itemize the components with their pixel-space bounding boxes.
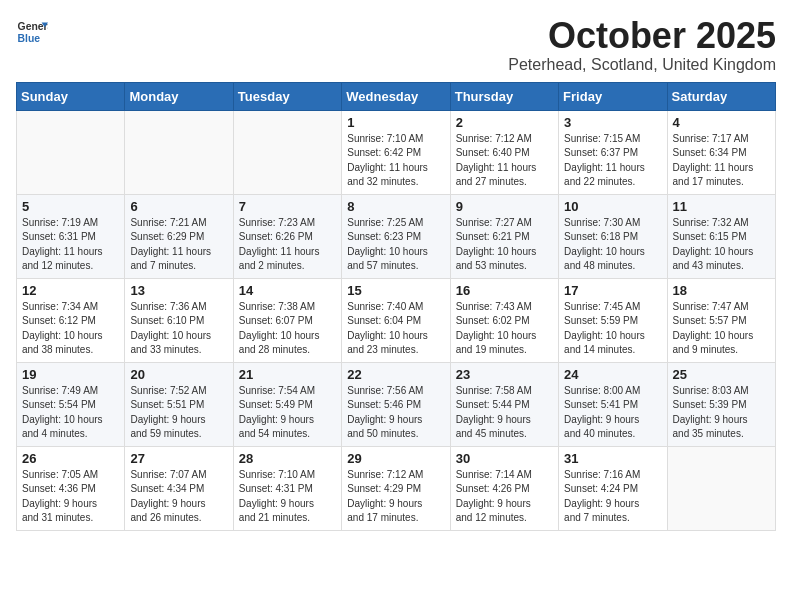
day-info: Sunrise: 7:32 AM Sunset: 6:15 PM Dayligh… bbox=[673, 216, 770, 274]
day-info: Sunrise: 7:14 AM Sunset: 4:26 PM Dayligh… bbox=[456, 468, 553, 526]
calendar-cell: 30Sunrise: 7:14 AM Sunset: 4:26 PM Dayli… bbox=[450, 446, 558, 530]
day-info: Sunrise: 8:00 AM Sunset: 5:41 PM Dayligh… bbox=[564, 384, 661, 442]
day-number: 26 bbox=[22, 451, 119, 466]
calendar-cell: 24Sunrise: 8:00 AM Sunset: 5:41 PM Dayli… bbox=[559, 362, 667, 446]
calendar-cell: 15Sunrise: 7:40 AM Sunset: 6:04 PM Dayli… bbox=[342, 278, 450, 362]
calendar-header-row: SundayMondayTuesdayWednesdayThursdayFrid… bbox=[17, 82, 776, 110]
day-number: 7 bbox=[239, 199, 336, 214]
day-number: 17 bbox=[564, 283, 661, 298]
day-number: 20 bbox=[130, 367, 227, 382]
day-number: 28 bbox=[239, 451, 336, 466]
calendar-week-row: 12Sunrise: 7:34 AM Sunset: 6:12 PM Dayli… bbox=[17, 278, 776, 362]
svg-text:Blue: Blue bbox=[18, 33, 41, 44]
day-number: 8 bbox=[347, 199, 444, 214]
calendar-cell: 9Sunrise: 7:27 AM Sunset: 6:21 PM Daylig… bbox=[450, 194, 558, 278]
day-number: 5 bbox=[22, 199, 119, 214]
calendar-cell: 10Sunrise: 7:30 AM Sunset: 6:18 PM Dayli… bbox=[559, 194, 667, 278]
calendar-cell: 21Sunrise: 7:54 AM Sunset: 5:49 PM Dayli… bbox=[233, 362, 341, 446]
day-info: Sunrise: 7:25 AM Sunset: 6:23 PM Dayligh… bbox=[347, 216, 444, 274]
calendar-cell: 12Sunrise: 7:34 AM Sunset: 6:12 PM Dayli… bbox=[17, 278, 125, 362]
day-number: 2 bbox=[456, 115, 553, 130]
day-info: Sunrise: 7:30 AM Sunset: 6:18 PM Dayligh… bbox=[564, 216, 661, 274]
day-info: Sunrise: 8:03 AM Sunset: 5:39 PM Dayligh… bbox=[673, 384, 770, 442]
day-number: 3 bbox=[564, 115, 661, 130]
calendar-cell: 29Sunrise: 7:12 AM Sunset: 4:29 PM Dayli… bbox=[342, 446, 450, 530]
calendar-cell: 23Sunrise: 7:58 AM Sunset: 5:44 PM Dayli… bbox=[450, 362, 558, 446]
day-number: 12 bbox=[22, 283, 119, 298]
day-info: Sunrise: 7:27 AM Sunset: 6:21 PM Dayligh… bbox=[456, 216, 553, 274]
day-number: 14 bbox=[239, 283, 336, 298]
calendar-cell: 31Sunrise: 7:16 AM Sunset: 4:24 PM Dayli… bbox=[559, 446, 667, 530]
day-info: Sunrise: 7:12 AM Sunset: 6:40 PM Dayligh… bbox=[456, 132, 553, 190]
day-number: 11 bbox=[673, 199, 770, 214]
day-info: Sunrise: 7:10 AM Sunset: 4:31 PM Dayligh… bbox=[239, 468, 336, 526]
day-number: 10 bbox=[564, 199, 661, 214]
day-info: Sunrise: 7:07 AM Sunset: 4:34 PM Dayligh… bbox=[130, 468, 227, 526]
logo: General Blue bbox=[16, 16, 48, 48]
calendar-cell: 17Sunrise: 7:45 AM Sunset: 5:59 PM Dayli… bbox=[559, 278, 667, 362]
day-header-sunday: Sunday bbox=[17, 82, 125, 110]
day-info: Sunrise: 7:05 AM Sunset: 4:36 PM Dayligh… bbox=[22, 468, 119, 526]
day-number: 4 bbox=[673, 115, 770, 130]
calendar-week-row: 1Sunrise: 7:10 AM Sunset: 6:42 PM Daylig… bbox=[17, 110, 776, 194]
calendar-cell: 27Sunrise: 7:07 AM Sunset: 4:34 PM Dayli… bbox=[125, 446, 233, 530]
day-info: Sunrise: 7:10 AM Sunset: 6:42 PM Dayligh… bbox=[347, 132, 444, 190]
day-header-monday: Monday bbox=[125, 82, 233, 110]
calendar-cell: 3Sunrise: 7:15 AM Sunset: 6:37 PM Daylig… bbox=[559, 110, 667, 194]
day-info: Sunrise: 7:52 AM Sunset: 5:51 PM Dayligh… bbox=[130, 384, 227, 442]
day-number: 30 bbox=[456, 451, 553, 466]
day-info: Sunrise: 7:54 AM Sunset: 5:49 PM Dayligh… bbox=[239, 384, 336, 442]
calendar-cell: 19Sunrise: 7:49 AM Sunset: 5:54 PM Dayli… bbox=[17, 362, 125, 446]
calendar-cell: 13Sunrise: 7:36 AM Sunset: 6:10 PM Dayli… bbox=[125, 278, 233, 362]
day-info: Sunrise: 7:23 AM Sunset: 6:26 PM Dayligh… bbox=[239, 216, 336, 274]
day-number: 23 bbox=[456, 367, 553, 382]
day-number: 25 bbox=[673, 367, 770, 382]
calendar-cell: 20Sunrise: 7:52 AM Sunset: 5:51 PM Dayli… bbox=[125, 362, 233, 446]
calendar-cell bbox=[233, 110, 341, 194]
calendar-week-row: 5Sunrise: 7:19 AM Sunset: 6:31 PM Daylig… bbox=[17, 194, 776, 278]
day-header-saturday: Saturday bbox=[667, 82, 775, 110]
calendar-cell: 26Sunrise: 7:05 AM Sunset: 4:36 PM Dayli… bbox=[17, 446, 125, 530]
month-title: October 2025 bbox=[508, 16, 776, 56]
day-number: 9 bbox=[456, 199, 553, 214]
calendar-week-row: 19Sunrise: 7:49 AM Sunset: 5:54 PM Dayli… bbox=[17, 362, 776, 446]
calendar-cell: 11Sunrise: 7:32 AM Sunset: 6:15 PM Dayli… bbox=[667, 194, 775, 278]
day-number: 19 bbox=[22, 367, 119, 382]
calendar-cell bbox=[17, 110, 125, 194]
day-header-thursday: Thursday bbox=[450, 82, 558, 110]
day-number: 27 bbox=[130, 451, 227, 466]
day-info: Sunrise: 7:12 AM Sunset: 4:29 PM Dayligh… bbox=[347, 468, 444, 526]
day-number: 31 bbox=[564, 451, 661, 466]
calendar-cell: 5Sunrise: 7:19 AM Sunset: 6:31 PM Daylig… bbox=[17, 194, 125, 278]
day-number: 24 bbox=[564, 367, 661, 382]
calendar-cell: 16Sunrise: 7:43 AM Sunset: 6:02 PM Dayli… bbox=[450, 278, 558, 362]
day-info: Sunrise: 7:17 AM Sunset: 6:34 PM Dayligh… bbox=[673, 132, 770, 190]
day-info: Sunrise: 7:21 AM Sunset: 6:29 PM Dayligh… bbox=[130, 216, 227, 274]
calendar-cell: 6Sunrise: 7:21 AM Sunset: 6:29 PM Daylig… bbox=[125, 194, 233, 278]
calendar-cell: 8Sunrise: 7:25 AM Sunset: 6:23 PM Daylig… bbox=[342, 194, 450, 278]
calendar-cell: 14Sunrise: 7:38 AM Sunset: 6:07 PM Dayli… bbox=[233, 278, 341, 362]
calendar-week-row: 26Sunrise: 7:05 AM Sunset: 4:36 PM Dayli… bbox=[17, 446, 776, 530]
day-info: Sunrise: 7:16 AM Sunset: 4:24 PM Dayligh… bbox=[564, 468, 661, 526]
day-info: Sunrise: 7:58 AM Sunset: 5:44 PM Dayligh… bbox=[456, 384, 553, 442]
day-number: 1 bbox=[347, 115, 444, 130]
day-number: 21 bbox=[239, 367, 336, 382]
day-info: Sunrise: 7:49 AM Sunset: 5:54 PM Dayligh… bbox=[22, 384, 119, 442]
day-number: 15 bbox=[347, 283, 444, 298]
calendar-cell: 25Sunrise: 8:03 AM Sunset: 5:39 PM Dayli… bbox=[667, 362, 775, 446]
day-info: Sunrise: 7:34 AM Sunset: 6:12 PM Dayligh… bbox=[22, 300, 119, 358]
day-number: 18 bbox=[673, 283, 770, 298]
day-info: Sunrise: 7:15 AM Sunset: 6:37 PM Dayligh… bbox=[564, 132, 661, 190]
day-info: Sunrise: 7:36 AM Sunset: 6:10 PM Dayligh… bbox=[130, 300, 227, 358]
calendar-cell: 2Sunrise: 7:12 AM Sunset: 6:40 PM Daylig… bbox=[450, 110, 558, 194]
logo-icon: General Blue bbox=[16, 16, 48, 48]
day-header-tuesday: Tuesday bbox=[233, 82, 341, 110]
day-info: Sunrise: 7:19 AM Sunset: 6:31 PM Dayligh… bbox=[22, 216, 119, 274]
day-number: 22 bbox=[347, 367, 444, 382]
day-info: Sunrise: 7:45 AM Sunset: 5:59 PM Dayligh… bbox=[564, 300, 661, 358]
day-number: 29 bbox=[347, 451, 444, 466]
day-info: Sunrise: 7:40 AM Sunset: 6:04 PM Dayligh… bbox=[347, 300, 444, 358]
day-header-friday: Friday bbox=[559, 82, 667, 110]
title-area: October 2025 Peterhead, Scotland, United… bbox=[508, 16, 776, 74]
day-number: 13 bbox=[130, 283, 227, 298]
